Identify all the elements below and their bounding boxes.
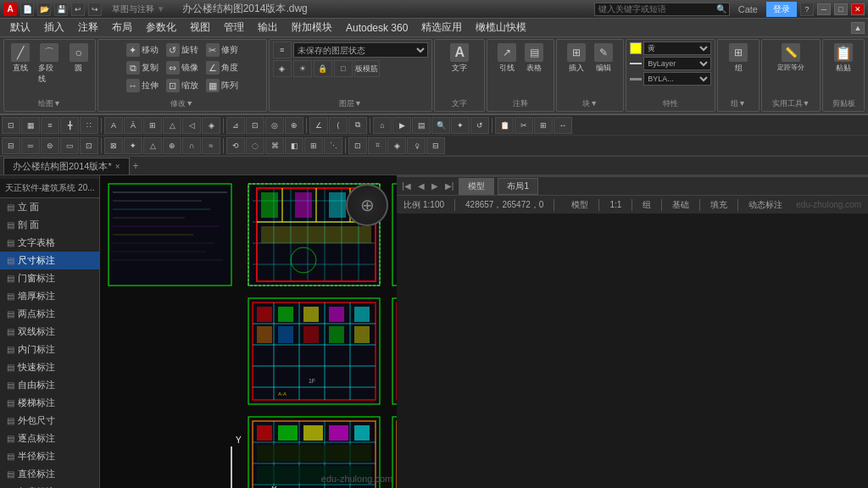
sidebar-item-8[interactable]: ▤ 内门标注	[0, 341, 99, 358]
save-btn[interactable]: 💾	[54, 3, 68, 16]
lineweight-select[interactable]: BYLA...	[643, 72, 711, 86]
tb1-btn13[interactable]: ⊡	[246, 117, 264, 134]
tab-nav-last[interactable]: ▶|	[443, 180, 456, 192]
angle-btn[interactable]: ∠ 角度	[203, 59, 242, 76]
table-btn[interactable]: ▤ 表格	[521, 42, 547, 75]
move-btn[interactable]: ✦ 移动	[123, 42, 162, 58]
main-search-input[interactable]	[594, 3, 730, 16]
menu-view[interactable]: 视图	[183, 19, 217, 36]
tab-nav-prev[interactable]: ◀	[416, 180, 426, 192]
help-btn[interactable]: ?	[800, 3, 814, 16]
tb2-btn8[interactable]: △	[143, 137, 162, 154]
sidebar-item-4[interactable]: ▤ 门窗标注	[0, 269, 99, 287]
draw-polyline-btn[interactable]: ⌒ 多段线	[35, 42, 64, 86]
sidebar-item-9[interactable]: ▤ 快速标注	[0, 358, 99, 376]
tb1-btn2[interactable]: ▦	[21, 117, 40, 134]
menu-addons[interactable]: 附加模块	[285, 19, 339, 36]
tb1-btn3[interactable]: ≡	[41, 117, 59, 134]
rotate-btn[interactable]: ↺ 旋转	[163, 42, 202, 58]
undo-btn[interactable]: ↩	[71, 3, 85, 16]
group-status[interactable]: 组	[639, 199, 654, 211]
sidebar-item-0[interactable]: ▤ 立 面	[0, 198, 99, 216]
canvas-area[interactable]: 结构图	[100, 175, 397, 488]
tb2-btn22[interactable]: ⊟	[426, 137, 445, 154]
minimize-button[interactable]: ─	[817, 3, 831, 15]
menu-insert[interactable]: 插入	[37, 19, 71, 36]
tab-add-btn[interactable]: +	[133, 160, 139, 172]
array-btn[interactable]: ▦ 阵列	[203, 77, 242, 94]
menu-parametric[interactable]: 参数化	[139, 19, 183, 36]
sidebar-item-5[interactable]: ▤ 墙厚标注	[0, 287, 99, 305]
tb1-btn14[interactable]: ◎	[265, 117, 284, 134]
tb2-btn2[interactable]: ═	[21, 137, 40, 154]
tb2-btn12[interactable]: ⟲	[226, 137, 245, 154]
copy-btn[interactable]: ⧉ 复制	[123, 59, 162, 76]
tb1-btn10[interactable]: ◁	[182, 117, 201, 134]
tb1-btn27[interactable]: ⊞	[534, 117, 553, 134]
redo-btn[interactable]: ↪	[88, 3, 102, 16]
tb2-btn7[interactable]: ✦	[124, 137, 142, 154]
tb1-btn22[interactable]: 🔍	[431, 117, 450, 134]
group-btn[interactable]: ⊞ 组	[726, 42, 751, 75]
tb1-btn24[interactable]: ↺	[470, 117, 489, 134]
menu-manage[interactable]: 管理	[217, 19, 251, 36]
sidebar-item-1[interactable]: ▤ 剖 面	[0, 216, 99, 234]
login-button[interactable]: 登录	[766, 2, 797, 17]
tb2-btn10[interactable]: ∩	[182, 137, 201, 154]
open-btn[interactable]: 📂	[37, 3, 51, 16]
tb1-btn17[interactable]: ⟨	[329, 117, 348, 134]
tb2-btn11[interactable]: ≈	[202, 137, 220, 154]
sidebar-item-15[interactable]: ▤ 直径标注	[0, 465, 99, 483]
tb2-btn21[interactable]: ⧬	[407, 137, 426, 154]
tb1-btn15[interactable]: ⊕	[285, 117, 303, 134]
text-btn[interactable]: A 文字	[447, 42, 472, 75]
tb1-btn5[interactable]: ∷	[80, 117, 98, 134]
ribbon-selector[interactable]: 草图与注释 ▼	[105, 3, 172, 15]
sidebar-item-14[interactable]: ▤ 半径标注	[0, 447, 99, 465]
scale-btn[interactable]: ⊡ 缩放	[163, 77, 202, 94]
tb2-btn5[interactable]: ⊡	[80, 137, 98, 154]
new-btn[interactable]: 📄	[20, 3, 34, 16]
sidebar-item-2[interactable]: ▤ 文字表格	[0, 234, 99, 252]
tb1-btn16[interactable]: ∠	[309, 117, 328, 134]
trim-btn[interactable]: ✂ 修剪	[203, 42, 242, 58]
tb1-btn25[interactable]: 📋	[495, 117, 514, 134]
menu-output[interactable]: 输出	[251, 19, 285, 36]
model-status[interactable]: 模型	[568, 199, 592, 211]
tb2-btn9[interactable]: ⊕	[163, 137, 181, 154]
tb2-btn4[interactable]: ▭	[60, 137, 79, 154]
layer-select[interactable]: 未保存的图层状态	[293, 42, 429, 58]
stretch-btn[interactable]: ↔ 拉伸	[123, 77, 162, 94]
tb1-btn28[interactable]: ↔	[554, 117, 572, 134]
tb2-btn20[interactable]: ◈	[387, 137, 406, 154]
doc-tab-item[interactable]: 办公楼结构图2014版本* ×	[3, 158, 130, 175]
anim-status[interactable]: 动态标注	[745, 199, 786, 211]
sidebar-item-3[interactable]: ▤ 尺寸标注	[0, 252, 99, 269]
layer-tool2[interactable]: ☀	[293, 60, 312, 77]
tab-nav-next[interactable]: ▶	[430, 180, 440, 192]
restore-button[interactable]: □	[834, 3, 848, 15]
paste-btn[interactable]: 📋 粘贴	[831, 42, 856, 75]
base-status[interactable]: 基础	[669, 199, 693, 211]
layer-manage-btn[interactable]: ≡	[273, 42, 292, 58]
tb1-btn20[interactable]: ▶	[392, 117, 411, 134]
fill-status[interactable]: 填充	[707, 199, 731, 211]
menu-annotate[interactable]: 注释	[71, 19, 105, 36]
tb2-btn13[interactable]: ◌	[246, 137, 264, 154]
sidebar-item-11[interactable]: ▤ 楼梯标注	[0, 394, 99, 412]
layout1-tab[interactable]: 布局1	[498, 178, 538, 195]
tb1-btn9[interactable]: △	[163, 117, 181, 134]
cad-canvas[interactable]: 结构图	[100, 175, 397, 488]
close-button[interactable]: ✕	[851, 3, 865, 15]
tb1-btn8[interactable]: ⊞	[143, 117, 162, 134]
tb1-btn21[interactable]: ▤	[412, 117, 431, 134]
ribbon-minimize-btn[interactable]: ▲	[851, 22, 865, 34]
tb2-btn17[interactable]: ⋱	[324, 137, 342, 154]
layer-tool4[interactable]: □	[334, 60, 353, 77]
menu-autodesk360[interactable]: Autodesk 360	[339, 20, 415, 36]
tb1-btn19[interactable]: ⌂	[373, 117, 392, 134]
sidebar-item-10[interactable]: ▤ 自由标注	[0, 376, 99, 394]
menu-default[interactable]: 默认	[3, 19, 37, 36]
tb1-btn7[interactable]: Ā	[124, 117, 142, 134]
tb2-btn18[interactable]: ⊡	[348, 137, 367, 154]
